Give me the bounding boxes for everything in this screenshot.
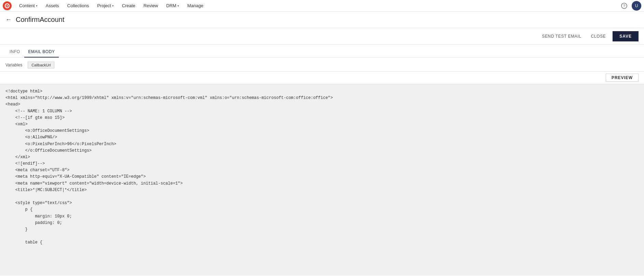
- nav-collections[interactable]: Collections: [64, 0, 93, 12]
- page-title: ConfirmAccount: [16, 16, 64, 24]
- save-button[interactable]: SAVE: [613, 31, 639, 41]
- chevron-down-icon: ▾: [36, 4, 38, 8]
- nav-icons: ? U: [619, 1, 641, 11]
- tab-info[interactable]: INFO: [5, 47, 24, 58]
- tabs-container: INFO EMAIL BODY: [0, 45, 644, 58]
- chevron-down-icon: ▾: [112, 4, 114, 8]
- code-editor[interactable]: <!doctype html> <html xmlns="http://www.…: [0, 84, 644, 276]
- app-logo[interactable]: [3, 1, 12, 10]
- back-button[interactable]: ←: [5, 16, 12, 23]
- toolbar: SEND TEST EMAIL CLOSE SAVE: [0, 28, 644, 45]
- top-nav: Content ▾ Assets Collections Project ▾ C…: [0, 0, 644, 12]
- nav-assets[interactable]: Assets: [42, 0, 63, 12]
- editor-header: PREVIEW: [0, 72, 644, 84]
- chevron-down-icon: ▾: [177, 4, 179, 8]
- variable-chip-callbackurl[interactable]: CallbackUrl: [28, 62, 54, 68]
- nav-manage[interactable]: Manage: [184, 0, 207, 12]
- nav-drm[interactable]: DRM ▾: [163, 0, 183, 12]
- nav-create[interactable]: Create: [119, 0, 139, 12]
- nav-content[interactable]: Content ▾: [16, 0, 41, 12]
- close-button[interactable]: CLOSE: [588, 32, 609, 41]
- tab-email-body[interactable]: EMAIL BODY: [24, 47, 59, 58]
- nav-project[interactable]: Project ▾: [94, 0, 117, 12]
- nav-review[interactable]: Review: [140, 0, 162, 12]
- variables-section: Variables CallbackUrl: [0, 58, 644, 72]
- preview-button[interactable]: PREVIEW: [606, 74, 639, 82]
- help-icon: ?: [621, 3, 627, 9]
- svg-text:?: ?: [623, 4, 625, 8]
- page-header: ← ConfirmAccount: [0, 12, 644, 28]
- svg-point-2: [6, 5, 8, 7]
- send-test-email-button[interactable]: SEND TEST EMAIL: [539, 32, 584, 41]
- variables-label: Variables: [5, 63, 22, 67]
- help-icon-btn[interactable]: ?: [619, 1, 629, 11]
- user-avatar[interactable]: U: [632, 1, 641, 11]
